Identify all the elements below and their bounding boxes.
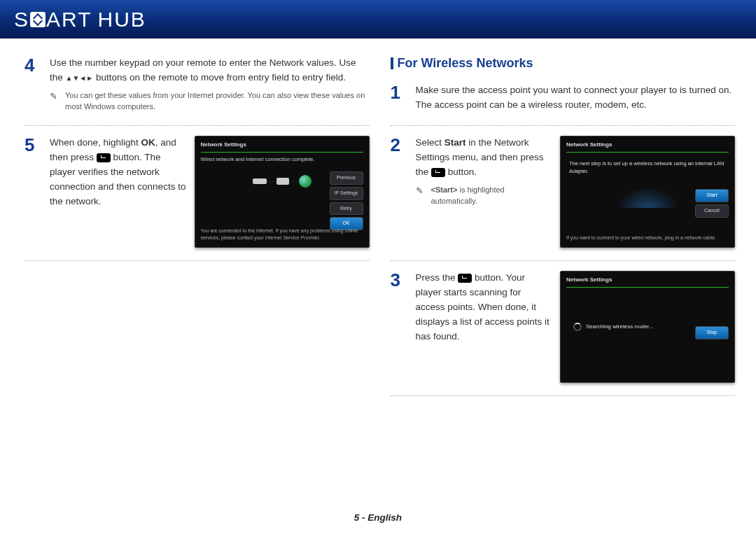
- enter-button-icon: [458, 274, 472, 283]
- screen2-bottom: If you want to connect to your wired net…: [566, 234, 729, 241]
- section-title-text: For Wireless Networks: [398, 56, 533, 71]
- step-2-wireless: 2 Select Start in the Network Settings m…: [391, 136, 736, 261]
- step-4-text: Use the number keypad on your remote to …: [50, 56, 370, 113]
- step-1-wireless: 1 Make sure the access point you want to…: [391, 83, 736, 126]
- right-column: For Wireless Networks 1 Make sure the ac…: [391, 56, 736, 406]
- s2a: Select: [416, 137, 444, 148]
- logo-text-s: S: [14, 8, 29, 31]
- logo-text-hub: HUB: [97, 8, 146, 31]
- screen-cancel-button: Cancel: [695, 204, 729, 218]
- screen-start-button: Start: [695, 189, 729, 202]
- screen-title: Network Settings: [201, 141, 363, 153]
- enter-button-icon: [431, 168, 445, 177]
- step-number: 5: [24, 136, 37, 248]
- note-text: <Start> is highlighted automatically.: [431, 184, 552, 207]
- step4-line2b: buttons on the remote to move from entry…: [93, 72, 346, 83]
- router-icon: [276, 178, 289, 185]
- step-3-wireless: 3 Press the button. Your player starts s…: [391, 271, 736, 396]
- screen-stop-button: Stop: [695, 326, 729, 339]
- spinner-icon: [573, 323, 582, 331]
- searching-text: Searching wireless router...: [586, 323, 654, 331]
- s3a: Press the: [416, 272, 458, 283]
- screen-title: Network Settings: [566, 141, 729, 153]
- step-5: 5 When done, highlight OK, and then pres…: [24, 136, 370, 261]
- step5-screenshot: Network Settings Wired network and Inter…: [195, 136, 370, 248]
- step-number: 3: [391, 271, 403, 383]
- enter-button-icon: [97, 153, 111, 162]
- screen-bottom-msg: You are connected to the Internet. If yo…: [201, 227, 363, 241]
- page-footer: 5 - English: [0, 512, 756, 523]
- note-start-bold: <Start>: [431, 185, 458, 194]
- s5a: When done, highlight: [50, 137, 141, 148]
- screen2-button-column: Start Cancel: [695, 189, 729, 218]
- screen-retry-button: Retry: [330, 202, 363, 216]
- screen-msg: Wired network and Internet connection co…: [201, 155, 363, 164]
- ok-label-bold: OK: [141, 137, 155, 148]
- step-number: 1: [391, 83, 403, 113]
- step4-line1: Use the number keypad on your remote to …: [50, 57, 339, 68]
- direction-arrows-icon: ▲▼◄►: [66, 73, 94, 84]
- step1-text: Make sure the access point you want to c…: [416, 83, 736, 113]
- logo-text-art: ART: [46, 8, 92, 31]
- step3-text: Press the button. Your player starts sca…: [416, 271, 552, 344]
- left-column: 4 Use the number keypad on your remote t…: [24, 56, 370, 406]
- globe-icon: [299, 175, 312, 188]
- step4-note: ✎ You can get these values from your Int…: [50, 90, 370, 113]
- start-label-bold: Start: [444, 137, 466, 148]
- note-icon: ✎: [50, 90, 59, 113]
- step-number: 2: [391, 136, 403, 248]
- screen2-msg: The next step is to set up a wireless ne…: [566, 155, 729, 180]
- section-heading-wireless: For Wireless Networks: [391, 56, 736, 71]
- step-5-text: When done, highlight OK, and then press …: [50, 136, 186, 209]
- note-icon: ✎: [416, 184, 426, 207]
- screen-prev-button: Previous: [330, 171, 363, 185]
- logo-smart-icon: [30, 12, 46, 27]
- screen-title: Network Settings: [566, 276, 729, 288]
- step2-text: Select Start in the Network Settings men…: [416, 136, 552, 207]
- screen-ip-button: IP Settings: [330, 187, 363, 200]
- brand-logo: S ART HUB: [14, 8, 146, 31]
- device-icon: [253, 178, 267, 184]
- brand-header: S ART HUB: [0, 0, 756, 38]
- note-text: You can get these values from your Inter…: [65, 90, 370, 113]
- s2c: button.: [445, 167, 477, 177]
- page-content: 4 Use the number keypad on your remote t…: [0, 38, 756, 406]
- step2-screenshot: Network Settings The next step is to set…: [560, 136, 735, 248]
- step3-screenshot: Network Settings Searching wireless rout…: [560, 271, 735, 383]
- step-number: 4: [24, 56, 37, 113]
- step2-note: ✎ <Start> is highlighted automatically.: [416, 184, 552, 207]
- screen-button-column: Previous IP Settings Retry OK: [330, 171, 363, 230]
- step-4: 4 Use the number keypad on your remote t…: [24, 56, 370, 126]
